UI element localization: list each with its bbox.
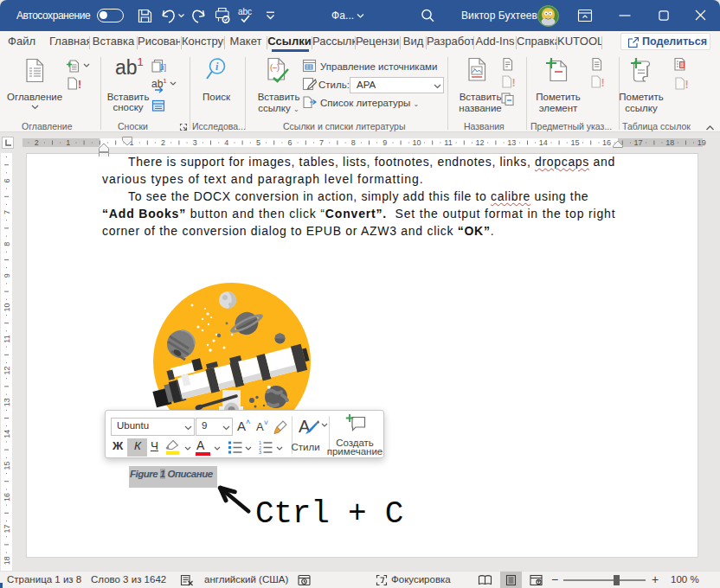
svg-text:8: 8 [3, 242, 11, 246]
svg-text:17: 17 [3, 525, 11, 534]
svg-text:14: 14 [3, 430, 11, 438]
svg-text:17: 17 [634, 138, 643, 147]
svg-text:16: 16 [602, 138, 611, 147]
svg-text:5: 5 [256, 138, 260, 147]
svg-text:13: 13 [507, 138, 516, 147]
svg-text:4: 4 [224, 138, 228, 147]
svg-text:15: 15 [3, 461, 11, 470]
svg-text:8: 8 [351, 138, 356, 147]
svg-text:3: 3 [193, 138, 197, 147]
svg-text:!: ! [601, 77, 605, 89]
svg-text:7: 7 [319, 138, 324, 147]
svg-text:!: ! [78, 79, 81, 91]
svg-text:15: 15 [570, 138, 579, 147]
svg-text:9: 9 [3, 273, 11, 278]
svg-text:1: 1 [66, 138, 70, 147]
svg-text:3: 3 [259, 450, 261, 454]
svg-text:12: 12 [476, 138, 485, 147]
svg-text:abc: abc [238, 7, 252, 16]
svg-text:i: i [215, 61, 219, 73]
svg-text:16: 16 [3, 493, 11, 502]
svg-text:13: 13 [3, 398, 11, 406]
svg-text:10: 10 [412, 138, 421, 147]
svg-text:6: 6 [287, 138, 292, 147]
svg-text:14: 14 [539, 138, 548, 147]
svg-text:6: 6 [3, 178, 11, 182]
svg-text:!: ! [512, 77, 516, 89]
svg-text:A: A [299, 417, 311, 436]
svg-text:2: 2 [161, 138, 165, 147]
svg-text:2: 2 [35, 138, 39, 147]
svg-text:[i]: [i] [160, 63, 166, 72]
svg-text:7: 7 [3, 210, 11, 214]
svg-text:11: 11 [3, 335, 11, 342]
svg-text:18: 18 [665, 138, 674, 147]
svg-text:19: 19 [698, 138, 706, 147]
svg-text:!: ! [685, 79, 689, 91]
svg-text:11: 11 [444, 138, 452, 147]
svg-text:10: 10 [3, 303, 11, 311]
svg-text:18: 18 [3, 556, 11, 565]
svg-text:12: 12 [3, 367, 11, 375]
svg-text:9: 9 [382, 138, 387, 147]
svg-text:(–): (–) [270, 63, 280, 72]
